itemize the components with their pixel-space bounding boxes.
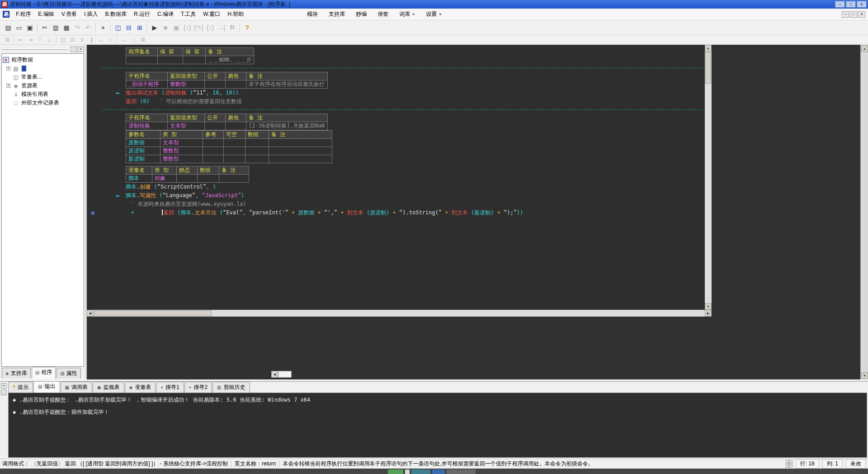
table-cell[interactable] [126,56,158,64]
code-line[interactable]: ▦+返回 (脚本.文本方法 (“Eval”, “parseInt('” + 原数… [87,209,705,217]
table-cell[interactable]: [2-36进制转换],失败返回NaN [246,122,328,130]
menu-compile[interactable]: C.编译 [154,9,177,20]
table-cell[interactable]: 进制转换 [126,122,168,130]
scroll-left-icon[interactable]: ◀ [87,310,94,317]
scroll-right-icon[interactable]: ▶ [705,310,712,317]
status-down-icon[interactable]: ▼ [786,464,793,468]
panel-tab-variable-table[interactable]: ◈变量表 [125,382,156,393]
table-cell[interactable] [224,147,245,155]
menu-edit[interactable]: E.编辑 [34,9,57,20]
table-cell[interactable]: 文本型 [168,122,205,130]
sidebar-tab-properties[interactable]: ▨属性 [57,368,80,379]
table-cell[interactable] [219,175,249,183]
mdi-child-icon[interactable]: 易 [3,11,9,18]
sidebar-float-button[interactable]: □ [71,47,77,52]
tree-item-external-files[interactable]: □外部文件记录表 [3,99,83,107]
layout-grid-icon[interactable]: ⊞ [134,22,145,33]
status-up-icon[interactable]: ▲ [786,460,793,464]
copy-icon[interactable]: ▥ [50,22,61,33]
scroll-up-icon[interactable]: ▲ [705,45,712,52]
find-icon[interactable]: ⌖ [98,22,108,33]
code-line[interactable]: ▸▸脚本.写属性 (“Language”, “JavaScript”) [87,191,705,200]
tree-item-root[interactable]: e程序数据 [3,56,83,64]
table-cell[interactable]: 整数型 [168,81,205,89]
menu-module[interactable]: 模块 [302,9,323,20]
minimize-button[interactable]: ─ [835,1,845,8]
menu-database[interactable]: B.数据库 [102,9,130,20]
mdi-close-button[interactable]: ✕ [858,11,865,18]
paste-icon[interactable]: ▦ [61,22,72,33]
table-cell[interactable] [269,155,332,163]
mdi-restore-button[interactable]: □ [850,11,857,18]
menu-program[interactable]: F.程序 [12,9,34,20]
panel-tab-call-table[interactable]: ▦调用表 [61,382,92,393]
menu-window[interactable]: W.窗口 [199,9,224,20]
pause-icon[interactable]: ⚐ [227,22,238,33]
panel-tab-search1[interactable]: ⌖搜寻1 [156,382,184,393]
panel-tab-output[interactable]: ▤输出 [33,382,60,393]
tree-item-module-refs[interactable]: ⇓模块引用表 [3,90,83,99]
scrollbar-thumb[interactable] [705,52,711,84]
layout-top-icon[interactable]: ⊟ [123,22,134,33]
scroll-down-icon[interactable]: ▼ [861,372,868,379]
workspace-mini-scrollbar[interactable]: ◀ [271,371,292,378]
open-file-icon[interactable]: ▭ [14,22,24,33]
help-find-icon[interactable]: ? [242,22,253,33]
menu-static-compile[interactable]: 静编 [350,9,372,20]
tree-item-resources[interactable]: +◈资源表 [3,81,83,90]
table-cell[interactable] [203,155,224,163]
sidebar-grip[interactable] [2,48,68,50]
output-panel[interactable]: ◆ .易语言助手提醒您： .易语言助手加载完毕！ ，智能编译开启成功！ 当前易版… [8,393,867,458]
mdi-minimize-button[interactable]: ─ [842,11,849,18]
table-cell[interactable] [198,175,219,183]
table-cell[interactable]: 原进制 [126,147,160,155]
run-icon[interactable]: ▶ [149,22,160,33]
close-button[interactable]: ✕ [857,1,867,8]
table-cell[interactable] [269,139,332,147]
expand-plus-icon[interactable]: + [6,66,10,71]
menu-lexicon[interactable]: 词库▼ [394,9,420,20]
editor-vertical-scrollbar[interactable]: ▲ ▼ [705,45,712,310]
table-cell[interactable]: 整数型 [160,147,203,155]
scrollbar-thumb[interactable] [94,310,212,316]
panel-close-button[interactable]: ✕ [1,383,6,389]
table-cell[interactable]: 文本型 [160,139,203,147]
scrollbar-thumb[interactable] [278,371,292,378]
table-cell[interactable] [245,139,269,147]
table-cell[interactable]: 整数型 [160,155,203,163]
table-cell[interactable] [245,155,269,163]
code-editor[interactable]: 程序集名保 留保 留备 注 ＿＿貂蝉。＿＿彡子程序名返回值类型公开易包备 注_启… [87,45,705,310]
panel-tab-clip-history[interactable]: ▥剪辑历史 [212,382,250,393]
chevron-down-icon[interactable]: ▼ [412,13,415,16]
menu-help[interactable]: H.帮助 [224,9,247,20]
table-cell[interactable]: 原数据 [126,139,160,147]
table-cell[interactable] [226,122,246,130]
table-cell[interactable] [269,147,332,155]
table-cell[interactable]: _启动子程序 [126,81,168,89]
tree-item-assembly[interactable]: +▤ [3,64,83,73]
menu-tools[interactable]: T.工具 [177,9,199,20]
table-cell[interactable] [203,147,224,155]
cut-icon[interactable]: ✂ [39,22,50,33]
new-file-icon[interactable]: ▤ [3,22,14,33]
save-icon[interactable]: ▣ [24,22,35,33]
scroll-up-icon[interactable]: ▲ [861,45,868,52]
code-line[interactable]: ′ 本源码来自易语言资源网(www.eyuyan.la) [87,200,705,209]
sidebar-tab-program[interactable]: ▤程序 [32,367,56,379]
table-cell[interactable] [205,81,226,89]
menu-insert[interactable]: I.插入 [80,9,102,20]
sidebar-close-button[interactable]: ✕ [78,47,84,52]
menu-run[interactable]: R.运行 [130,9,154,20]
scroll-left-icon[interactable]: ◀ [271,371,278,378]
workspace-vertical-scrollbar[interactable]: ▲ ▼ [860,45,868,379]
code-line[interactable]: 返回 (0) ′ 可以根据您的需要返回任意数值 [87,97,705,106]
table-cell[interactable] [226,81,246,89]
table-cell[interactable]: ＿＿貂蝉。＿＿彡 [206,56,254,64]
table-cell[interactable] [224,155,245,163]
table-cell[interactable] [203,139,224,147]
code-line[interactable]: 脚本.创建 (“ScriptControl”, ) [87,183,705,191]
panel-tab-hint[interactable]: ?提示 [8,382,33,393]
chevron-down-icon[interactable]: ▼ [439,13,442,16]
table-cell[interactable]: 本子程序在程序启动后最先执行 [246,81,328,89]
maximize-button[interactable]: □ [846,1,856,8]
